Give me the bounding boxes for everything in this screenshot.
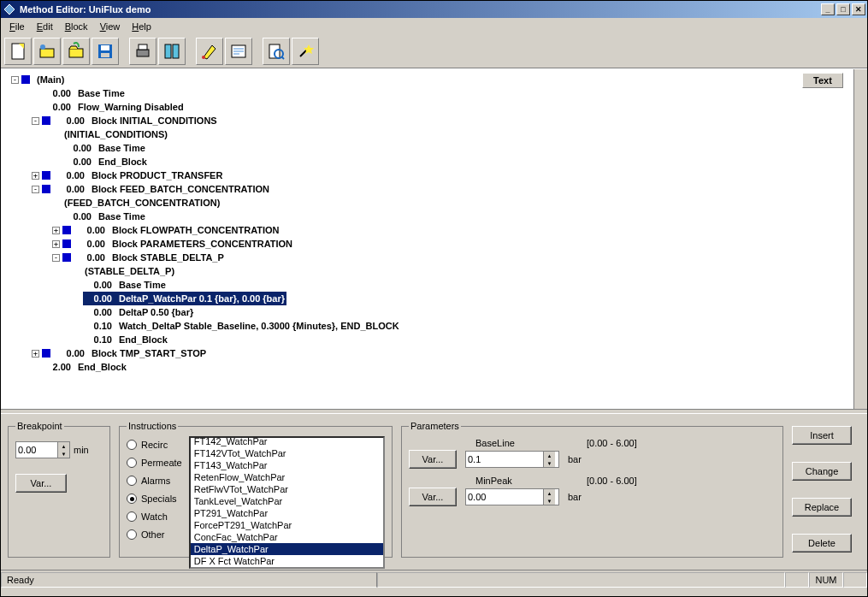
- tree-row[interactable]: -0.00Block STABLE_DELTA_P: [8, 251, 867, 264]
- wand-button[interactable]: [292, 38, 319, 65]
- replace-button[interactable]: Replace: [792, 498, 852, 517]
- radio-other[interactable]: Other: [127, 529, 182, 540]
- menu-block[interactable]: Block: [59, 20, 94, 33]
- tree-row[interactable]: -0.00Block INITIAL_CONDITIONS: [8, 114, 867, 127]
- notes-button[interactable]: [225, 38, 252, 65]
- panes-button[interactable]: [158, 38, 186, 65]
- tree-node-label[interactable]: 0.00Block TMP_START_STOP: [56, 346, 208, 360]
- tree-row[interactable]: +0.00Block TMP_START_STOP: [8, 346, 867, 360]
- tree-node-label[interactable]: (INITIAL_CONDITIONS): [62, 127, 169, 141]
- radio-icon[interactable]: [127, 476, 137, 486]
- param-var-button[interactable]: Var...: [409, 450, 457, 469]
- tree-row[interactable]: 0.10End_Block: [8, 333, 867, 346]
- tree-node-label[interactable]: (Main): [35, 73, 66, 86]
- radio-icon[interactable]: [127, 529, 137, 540]
- expander-icon[interactable]: -: [32, 117, 39, 125]
- radio-icon[interactable]: [127, 494, 137, 504]
- tree-row[interactable]: 0.00Base Time: [8, 278, 867, 292]
- menu-help[interactable]: Help: [126, 20, 157, 33]
- radio-icon[interactable]: [127, 511, 137, 522]
- tree-row[interactable]: 0.00DeltaP 0.50 {bar}: [8, 305, 867, 319]
- param-spinner[interactable]: ▲▼: [543, 452, 555, 467]
- tree-node-label[interactable]: 0.00Block PARAMETERS_CONCENTRATION: [76, 237, 294, 251]
- radio-specials[interactable]: Specials: [127, 494, 182, 504]
- minimize-button[interactable]: _: [821, 3, 835, 15]
- open-from-button[interactable]: [33, 38, 61, 65]
- radio-permeate[interactable]: Permeate: [127, 458, 182, 468]
- tree-row[interactable]: 0.00Base Time: [8, 210, 867, 223]
- list-item[interactable]: RetenFlow_WatchPar: [191, 471, 383, 483]
- tree-node-label[interactable]: 0.00DeltaP 0.50 {bar}: [83, 305, 195, 319]
- param-var-button[interactable]: Var...: [409, 488, 457, 506]
- maximize-button[interactable]: □: [836, 3, 850, 15]
- list-item[interactable]: ForcePT291_WatchPar: [191, 519, 383, 531]
- tree-row[interactable]: (STABLE_DELTA_P): [8, 264, 867, 278]
- delete-button[interactable]: Delete: [792, 534, 852, 553]
- expander-icon[interactable]: +: [32, 350, 39, 358]
- print-button[interactable]: [129, 38, 156, 65]
- expander-icon[interactable]: -: [11, 76, 19, 84]
- radio-recirc[interactable]: Recirc: [127, 440, 182, 450]
- scrollbar[interactable]: [853, 69, 867, 409]
- list-item[interactable]: PT291_WatchPar: [191, 507, 383, 519]
- tree-row[interactable]: +0.00Block PRODUCT_TRANSFER: [8, 168, 867, 182]
- param-input[interactable]: [466, 489, 543, 505]
- list-item[interactable]: TankLevel_WatchPar: [191, 495, 383, 507]
- tree-node-label[interactable]: 2.00End_Block: [42, 360, 128, 374]
- tree-row[interactable]: +0.00Block FLOWPATH_CONCENTRATION: [8, 223, 867, 237]
- radio-icon[interactable]: [127, 440, 137, 450]
- tree-row[interactable]: 0.00DeltaP_WatchPar 0.1 {bar}, 0.00 {bar…: [8, 292, 867, 305]
- expander-icon[interactable]: +: [52, 240, 60, 248]
- list-item[interactable]: DF X Fct WatchPar: [191, 555, 383, 567]
- tree-row[interactable]: +0.00Block PARAMETERS_CONCENTRATION: [8, 237, 867, 251]
- change-button[interactable]: Change: [792, 462, 852, 481]
- close-button[interactable]: ✕: [852, 3, 865, 15]
- tree-row[interactable]: -(Main): [8, 73, 867, 86]
- tree-row[interactable]: (FEED_BATCH_CONCENTRATION): [8, 196, 867, 210]
- tree-node-label[interactable]: 0.00Flow_Warning Disabled: [42, 100, 186, 114]
- tree-node-label[interactable]: (STABLE_DELTA_P): [83, 264, 176, 278]
- tree-row[interactable]: 0.00Base Time: [8, 86, 867, 100]
- method-tree[interactable]: -(Main)0.00Base Time0.00Flow_Warning Dis…: [1, 69, 867, 374]
- new-button[interactable]: [4, 38, 32, 65]
- insert-button[interactable]: Insert: [792, 426, 852, 445]
- tree-row[interactable]: 0.00Base Time: [8, 141, 867, 155]
- radio-watch[interactable]: Watch: [127, 511, 182, 522]
- tree-node-label[interactable]: (FEED_BATCH_CONCENTRATION): [62, 196, 221, 210]
- param-spinner[interactable]: ▲▼: [543, 489, 555, 505]
- list-item[interactable]: ConcFac_WatchPar: [191, 531, 383, 543]
- param-input[interactable]: [466, 452, 543, 467]
- tree-node-label[interactable]: 0.10End_Block: [83, 333, 169, 346]
- list-item[interactable]: FT142VTot_WatchPar: [191, 447, 383, 459]
- list-item[interactable]: RetFlwVTot_WatchPar: [191, 483, 383, 495]
- list-item[interactable]: FT143_WatchPar: [191, 459, 383, 471]
- menu-edit[interactable]: Edit: [31, 20, 59, 33]
- tree-row[interactable]: 0.10Watch_DeltaP Stable_Baseline, 0.3000…: [8, 319, 867, 333]
- radio-icon[interactable]: [127, 458, 137, 468]
- tree-row[interactable]: 0.00Flow_Warning Disabled: [8, 100, 867, 114]
- tree-node-label[interactable]: 0.10Watch_DeltaP Stable_Baseline, 0.3000…: [83, 319, 401, 333]
- tree-node-label[interactable]: 0.00Base Time: [42, 86, 127, 100]
- tree-node-label[interactable]: 0.00Block PRODUCT_TRANSFER: [56, 168, 224, 182]
- radio-alarms[interactable]: Alarms: [127, 476, 182, 486]
- menu-file[interactable]: File: [3, 20, 31, 33]
- tree-node-label[interactable]: 0.00Block STABLE_DELTA_P: [76, 251, 226, 264]
- tree-node-label[interactable]: 0.00Block INITIAL_CONDITIONS: [56, 114, 219, 127]
- tree-row[interactable]: (INITIAL_CONDITIONS): [8, 127, 867, 141]
- list-item[interactable]: FT142_WatchPar: [191, 436, 383, 447]
- tree-node-label[interactable]: 0.00Base Time: [83, 278, 168, 292]
- pen-button[interactable]: [196, 38, 223, 65]
- text-toggle-button[interactable]: Text: [802, 73, 843, 88]
- breakpoint-spinner[interactable]: ▲▼: [57, 442, 69, 458]
- tree-node-label[interactable]: 0.00Block FLOWPATH_CONCENTRATION: [76, 223, 281, 237]
- breakpoint-var-button[interactable]: Var...: [15, 474, 67, 493]
- tree-row[interactable]: 2.00End_Block: [8, 360, 867, 374]
- menu-view[interactable]: View: [94, 20, 127, 33]
- expander-icon[interactable]: -: [32, 186, 39, 193]
- expander-icon[interactable]: +: [32, 172, 39, 180]
- instructions-list[interactable]: FT141VTot_WatchParFT142_WatchParFT142VTo…: [189, 436, 385, 569]
- list-item[interactable]: DeltaP_WatchPar: [191, 543, 383, 555]
- tree-node-label[interactable]: 0.00Base Time: [62, 141, 147, 155]
- preview-button[interactable]: [263, 38, 290, 65]
- expander-icon[interactable]: +: [52, 227, 60, 234]
